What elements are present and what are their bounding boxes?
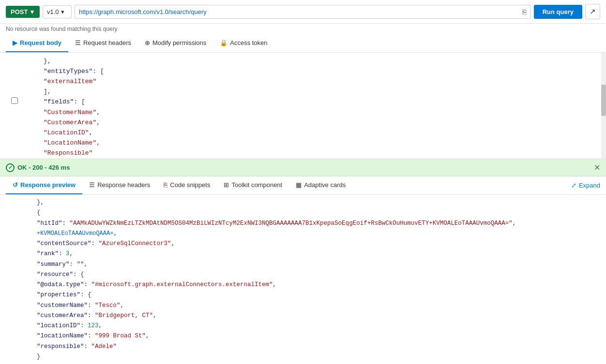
version-dropdown[interactable]: v1.0 ▾	[43, 5, 72, 18]
tab-modify-permissions-label: Modify permissions	[152, 39, 206, 46]
code-editor: }, "entityTypes": [ "externalItem" ],	[0, 53, 606, 159]
modify-permissions-icon: ⊕	[145, 39, 150, 46]
request-body-area: }, "entityTypes": [ "externalItem" ],	[0, 53, 606, 159]
tab-toolkit-component[interactable]: ⊞ Toolkit component	[217, 176, 289, 194]
scrollbar-thumb[interactable]	[601, 85, 606, 116]
copy-icon[interactable]: ⎘	[522, 8, 527, 16]
response-code: }, { "hitId": "AAMkADUwYWZkNmEzLTZkMDAtN…	[0, 195, 606, 364]
tab-request-body[interactable]: ▶ Request body	[6, 34, 68, 52]
tab-access-token[interactable]: 🔒 Access token	[213, 34, 274, 52]
check-icon: ✓	[6, 163, 15, 172]
response-headers-icon: ☰	[89, 181, 95, 189]
response-preview-icon: ↺	[13, 181, 18, 189]
response-line: "hitId": "AAMkADUwYWZkNmEzLTZkMDAtNDM5OS…	[19, 218, 606, 229]
tab-adaptive-cards-label: Adaptive cards	[304, 181, 346, 189]
expand-icon: ⤢	[571, 182, 576, 189]
method-label: POST	[11, 8, 28, 15]
tab-access-token-label: Access token	[230, 39, 267, 46]
tab-response-preview[interactable]: ↺ Response preview	[6, 176, 82, 194]
response-preview-area: }, { "hitId": "AAMkADUwYWZkNmEzLTZkMDAtN…	[0, 195, 606, 364]
code-line: },	[24, 57, 606, 67]
expand-button[interactable]: ⤢ Expand	[571, 177, 600, 194]
url-bar: ⎘	[75, 5, 531, 19]
tab-code-snippets-label: Code snippets	[170, 181, 210, 189]
tab-response-preview-label: Response preview	[20, 181, 76, 189]
response-line: "locationName": "999 Broad St",	[19, 331, 606, 341]
response-line: "customerArea": "Bridgeport, CT",	[19, 311, 606, 321]
code-line: "CustomerArea",	[24, 118, 606, 128]
tab-adaptive-cards[interactable]: ▦ Adaptive cards	[289, 176, 352, 194]
code-line: "Responsible"	[24, 148, 606, 159]
tab-request-headers-label: Request headers	[83, 39, 131, 46]
response-line: {	[19, 208, 606, 218]
code-line: "CustomerName",	[24, 108, 606, 118]
response-line: "resource": {	[19, 270, 606, 280]
tab-response-headers-label: Response headers	[97, 181, 150, 189]
response-line: "summary": "",	[19, 260, 606, 270]
method-chevron: ▾	[30, 8, 34, 15]
adaptive-cards-icon: ▦	[296, 181, 302, 189]
response-line: "responsible": "Adele"	[19, 342, 606, 352]
version-chevron: ▾	[61, 8, 64, 15]
request-headers-icon: ☰	[75, 39, 81, 46]
tab-modify-permissions[interactable]: ⊕ Modify permissions	[138, 34, 213, 52]
line-checkbox[interactable]	[11, 97, 18, 104]
code-line: "fields": [	[24, 97, 606, 108]
response-line: }	[19, 362, 606, 364]
request-body-icon: ▶	[13, 39, 17, 46]
tab-request-body-label: Request body	[20, 39, 61, 46]
code-line: "externalItem"	[24, 77, 606, 87]
code-line: "LocationName",	[24, 138, 606, 148]
code-line: ],	[24, 87, 606, 97]
request-tabs-row: ▶ Request body ☰ Request headers ⊕ Modif…	[0, 34, 606, 53]
status-text: OK - 200 - 426 ms	[17, 164, 70, 171]
response-line: "@odata.type": "#microsoft.graph.externa…	[19, 280, 606, 290]
method-dropdown[interactable]: POST ▾	[6, 6, 40, 18]
response-line: +KVMOALEoTAAAUvmoQAAA=,	[19, 229, 606, 239]
status-ok: ✓ OK - 200 - 426 ms	[6, 163, 70, 172]
response-line: "properties": {	[19, 290, 606, 300]
access-token-icon: 🔒	[220, 39, 227, 46]
tab-code-snippets[interactable]: ⎘ Code snippets	[157, 176, 217, 194]
tab-request-headers[interactable]: ☰ Request headers	[68, 34, 138, 52]
top-bar: POST ▾ v1.0 ▾ ⎘ Run query ↗	[0, 0, 606, 24]
toolkit-component-icon: ⊞	[224, 181, 229, 189]
code-line: "LocationID",	[24, 128, 606, 138]
code-line: "entityTypes": [	[24, 67, 606, 77]
run-query-button[interactable]: Run query	[534, 5, 582, 19]
tab-response-headers[interactable]: ☰ Response headers	[82, 176, 157, 194]
no-resource-message: No resource was found matching this quer…	[0, 24, 606, 34]
response-line: "contentSource": "AzureSqlConnector3",	[19, 239, 606, 249]
response-line: "rank": 3,	[19, 249, 606, 259]
tab-toolkit-component-label: Toolkit component	[231, 181, 282, 189]
response-line: "locationID": 123,	[19, 321, 606, 331]
scrollbar-track[interactable]	[601, 53, 606, 159]
url-input[interactable]	[79, 8, 522, 15]
code-line: ],	[24, 159, 606, 159]
share-button[interactable]: ↗	[585, 4, 600, 19]
version-label: v1.0	[47, 8, 59, 15]
response-line: }	[19, 352, 606, 362]
response-line: "customerName": "Tesco",	[19, 301, 606, 311]
code-snippets-icon: ⎘	[164, 181, 167, 189]
response-tabs-row: ↺ Response preview ☰ Response headers ⎘ …	[0, 176, 606, 195]
status-bar: ✓ OK - 200 - 426 ms ✕	[0, 159, 606, 176]
expand-label: Expand	[579, 182, 600, 189]
response-line: },	[19, 198, 606, 208]
status-close-button[interactable]: ✕	[594, 163, 600, 172]
